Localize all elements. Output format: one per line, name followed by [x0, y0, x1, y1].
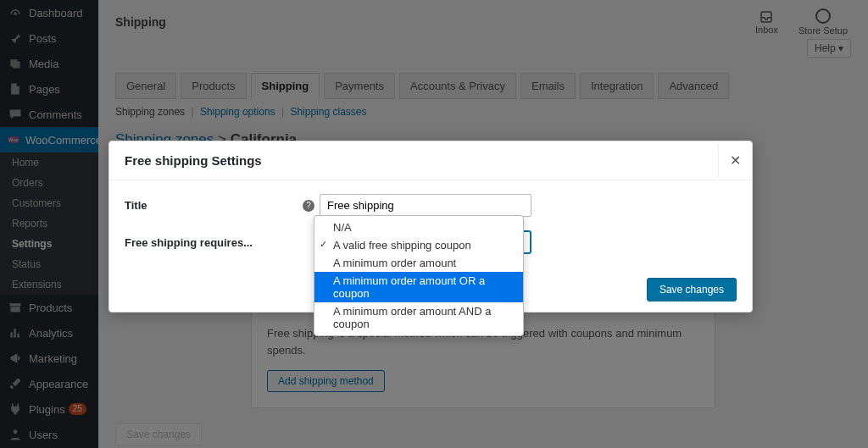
dropdown-option-na[interactable]: N/A — [314, 218, 523, 236]
modal-save-button[interactable]: Save changes — [647, 278, 737, 301]
dropdown-option-min-amount[interactable]: A minimum order amount — [314, 254, 523, 272]
requires-dropdown: N/A A valid free shipping coupon A minim… — [314, 215, 524, 336]
help-icon[interactable]: ? — [303, 200, 314, 212]
title-label: Title — [125, 199, 303, 212]
title-input[interactable] — [320, 194, 531, 217]
dropdown-option-min-or-coupon[interactable]: A minimum order amount OR a coupon — [314, 272, 523, 302]
requires-label: Free shipping requires... — [125, 236, 303, 249]
dropdown-option-coupon[interactable]: A valid free shipping coupon — [314, 236, 523, 254]
modal-title: Free shipping Settings — [125, 153, 262, 168]
close-icon: ✕ — [730, 152, 741, 169]
modal-close-button[interactable]: ✕ — [718, 144, 752, 178]
dropdown-option-min-and-coupon[interactable]: A minimum order amount AND a coupon — [314, 302, 523, 333]
